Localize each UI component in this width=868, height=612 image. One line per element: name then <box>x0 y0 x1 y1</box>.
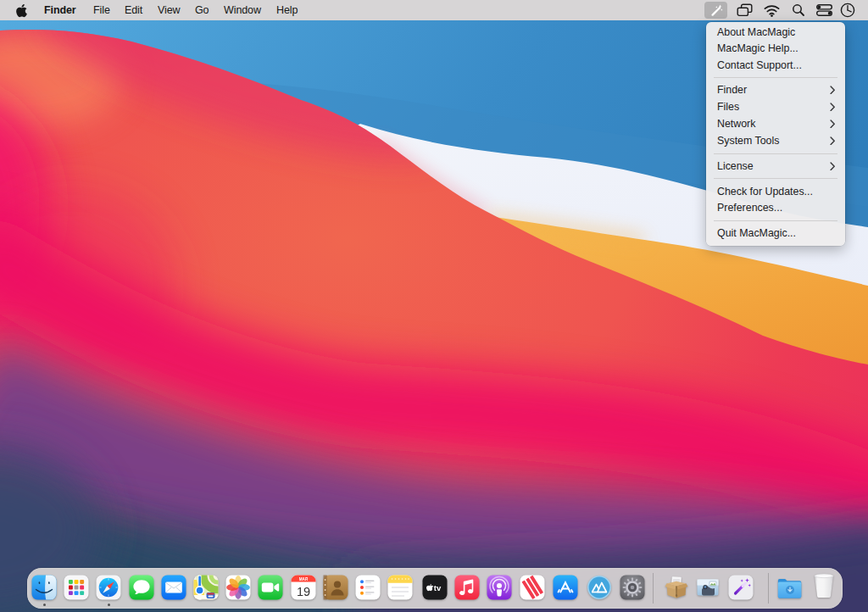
svg-text:MAR: MAR <box>299 577 309 581</box>
svg-text:tv: tv <box>433 583 441 593</box>
svg-text:19: 19 <box>297 585 310 598</box>
